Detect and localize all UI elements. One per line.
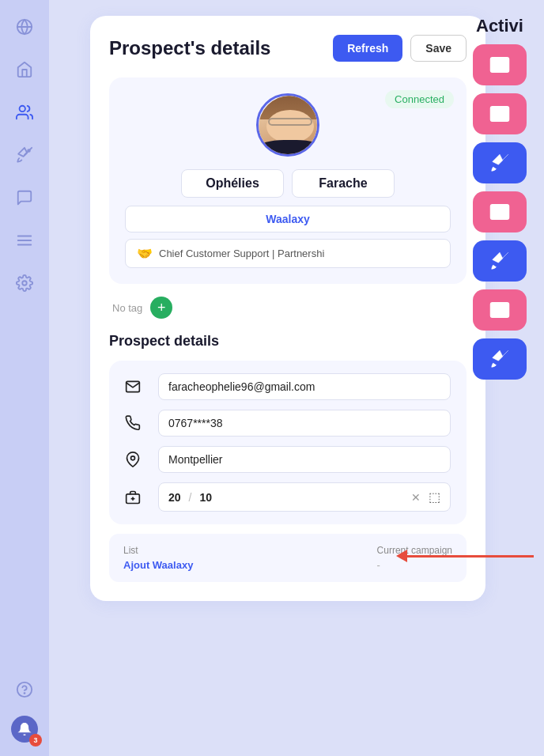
add-tag-button[interactable]: + [150, 297, 172, 319]
first-name-field[interactable] [181, 169, 284, 198]
score-row: 20 / 10 ✕ ⬚ [125, 482, 451, 512]
phone-field[interactable] [158, 410, 451, 437]
header-buttons: Refresh Save [333, 35, 467, 62]
name-row [125, 169, 451, 198]
score-expand-icon[interactable]: ⬚ [429, 490, 440, 505]
activity-item-3[interactable] [473, 142, 527, 183]
score-max: 10 [199, 491, 212, 504]
tags-row: No tag + [109, 297, 467, 319]
sidebar-item-chat[interactable] [10, 183, 39, 212]
email-row [125, 373, 451, 400]
list-col: List Ajout Waalaxy [123, 545, 193, 571]
activity-item-2[interactable] [473, 93, 527, 134]
phone-icon [125, 415, 147, 431]
score-clear-icon[interactable]: ✕ [411, 491, 421, 504]
arrow-head [396, 550, 407, 562]
location-field[interactable] [158, 446, 451, 473]
location-icon [125, 452, 147, 467]
page-title: Prospect's details [109, 37, 270, 59]
score-current: 20 [168, 491, 181, 504]
connected-status-badge: Connected [385, 90, 454, 108]
sidebar: 3 [0, 0, 49, 756]
activity-title: Activi [473, 16, 544, 36]
activity-item-7[interactable] [473, 338, 527, 380]
email-icon [125, 379, 147, 395]
svg-point-2 [20, 106, 25, 112]
sidebar-item-globe[interactable] [10, 13, 39, 41]
email-field[interactable] [158, 373, 451, 400]
save-button[interactable]: Save [410, 35, 467, 62]
refresh-button[interactable]: Refresh [333, 35, 402, 62]
list-label: List [123, 545, 193, 556]
prospect-detail-card: Prospect's details Refresh Save Connecte… [90, 16, 485, 601]
main-panel: Prospect's details Refresh Save Connecte… [49, 0, 544, 756]
activity-item-1[interactable] [473, 44, 527, 85]
score-icon [125, 490, 147, 505]
sidebar-item-list[interactable] [10, 226, 39, 255]
activity-item-4[interactable] [473, 191, 527, 232]
profile-section: Connected [109, 77, 467, 284]
sidebar-item-users[interactable] [10, 98, 39, 127]
notification-count: 3 [29, 734, 42, 747]
no-tag-label: No tag [112, 302, 142, 314]
prospect-details-title: Prospect details [109, 333, 467, 350]
activity-panel: Activi [473, 16, 544, 387]
svg-point-3 [28, 149, 30, 152]
company-field[interactable] [125, 206, 451, 232]
notification-bell[interactable]: 3 [10, 715, 39, 743]
sidebar-item-rocket[interactable] [10, 141, 39, 169]
score-separator: / [189, 491, 192, 504]
red-arrow-indicator [397, 550, 534, 562]
role-text: Chief Customer Support | Partnershi [159, 248, 324, 259]
card-header: Prospect's details Refresh Save [109, 35, 467, 62]
arrow-line [407, 555, 534, 558]
sidebar-item-home[interactable] [10, 55, 39, 84]
role-emoji: 🤝 [137, 246, 153, 261]
last-name-field[interactable] [292, 169, 395, 198]
sidebar-item-settings[interactable] [10, 269, 39, 297]
phone-row [125, 410, 451, 437]
svg-point-10 [131, 456, 135, 460]
list-value[interactable]: Ajout Waalaxy [123, 559, 193, 571]
svg-point-7 [22, 281, 27, 285]
sidebar-item-help[interactable] [10, 675, 39, 704]
location-row [125, 446, 451, 473]
activity-item-5[interactable] [473, 240, 527, 282]
detail-fields: 20 / 10 ✕ ⬚ [109, 361, 467, 524]
activity-item-6[interactable] [473, 289, 527, 331]
score-field[interactable]: 20 / 10 ✕ ⬚ [158, 482, 451, 512]
avatar [256, 93, 319, 157]
role-field: 🤝 Chief Customer Support | Partnershi [125, 239, 451, 268]
